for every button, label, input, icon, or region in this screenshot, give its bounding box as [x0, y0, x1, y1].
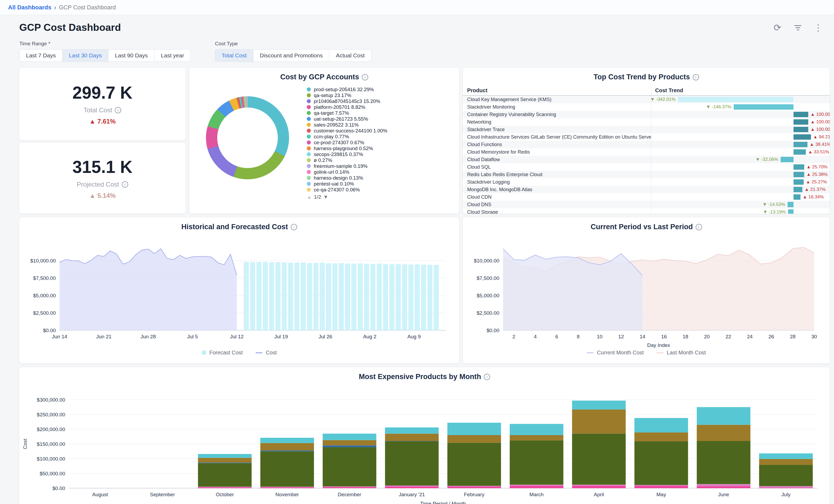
trend-bar [793, 165, 804, 170]
table-row[interactable]: Redis Labs Redis Enterprise Cloud▲ 25.38… [463, 171, 830, 178]
legend-label: freemium-sample 0.19% [314, 163, 368, 169]
svg-text:February: February [464, 492, 485, 497]
breadcrumb-root-link[interactable]: All Dashboards [8, 4, 51, 11]
donut-legend-item[interactable]: ccm-play 0.77% [307, 134, 433, 139]
column-header-cost-trend[interactable]: Cost Trend [651, 86, 830, 95]
table-row[interactable]: Stackdriver Trace▲ 100.00% [463, 126, 830, 133]
table-row[interactable]: Cloud Functions▲ 38.41% [463, 141, 830, 148]
table-row[interactable]: Stackdriver Logging▲ 25.27% [463, 178, 830, 186]
table-row[interactable]: Cloud Storage▼ -13.19% [463, 208, 830, 214]
table-row[interactable]: Cloud SQL▲ 25.70% [463, 163, 830, 171]
info-icon[interactable]: i [115, 107, 121, 113]
chevron-right-icon: › [54, 4, 56, 11]
donut-legend-item[interactable]: harness-playground 0.52% [307, 146, 433, 151]
svg-text:January '21: January '21 [399, 492, 425, 497]
svg-text:24: 24 [747, 334, 753, 339]
table-row[interactable]: MongoDB Inc. MongoDB Atlas▲ 21.37% [463, 186, 830, 193]
svg-text:20: 20 [704, 334, 709, 339]
svg-text:$7,500.00: $7,500.00 [33, 275, 56, 281]
legend-dot-icon [307, 129, 311, 133]
product-cell: Cloud Infrastructure Services GitLab Ser… [463, 133, 651, 141]
page-up-icon[interactable]: ▲ [307, 194, 312, 200]
legend-dot-icon [307, 140, 311, 145]
cost-type-total-cost[interactable]: Total Cost [215, 49, 253, 62]
trend-bar [788, 202, 793, 207]
donut-legend-item[interactable]: prod-setup-205416 32.29% [307, 87, 433, 92]
table-row[interactable]: Cloud Key Management Service (KMS)▼ -342… [463, 96, 830, 103]
svg-text:July: July [782, 492, 791, 497]
svg-text:$0.00: $0.00 [52, 485, 65, 491]
time-range-last-7-days[interactable]: Last 7 Days [19, 49, 63, 62]
svg-text:Jun 21: Jun 21 [96, 334, 112, 339]
donut-legend-item[interactable]: uat-setup-261723 5.55% [307, 116, 433, 122]
table-row[interactable]: Networking▲ 100.00% [463, 118, 830, 126]
time-range-last-90-days[interactable]: Last 90 Days [108, 49, 154, 62]
info-icon[interactable]: i [122, 181, 128, 188]
info-icon[interactable]: i [696, 224, 702, 230]
donut-legend-item[interactable]: secops-239815 0.37% [307, 151, 433, 157]
info-icon[interactable]: i [362, 74, 368, 81]
column-header-product[interactable]: Product [463, 87, 651, 93]
trend-bar [793, 112, 808, 117]
legend-dot-icon [307, 135, 311, 138]
legend-last-month[interactable]: Last Month Cost [657, 350, 706, 356]
donut-legend-item[interactable]: sales-209522 3.11% [307, 122, 433, 128]
legend-forecast-cost[interactable]: Forecast Cost [202, 350, 243, 356]
historical-forecast-card: Historical and Forecasted Cost i $0.00$2… [19, 217, 459, 364]
cost-trend-cell: ▲ 25.38% [651, 171, 830, 178]
cost-trend-cell: ▼ -146.37% [651, 103, 830, 111]
legend-label: harness-playground 0.52% [314, 146, 373, 151]
svg-text:$0.00: $0.00 [43, 328, 56, 333]
total-cost-label: Total Cost [84, 106, 112, 114]
donut-legend-item[interactable]: ce-qa-274307 0.06% [307, 187, 433, 193]
info-icon[interactable]: i [291, 224, 297, 230]
svg-text:$100,000.00: $100,000.00 [37, 456, 65, 462]
time-range-last-year[interactable]: Last year [154, 49, 191, 62]
up-triangle-icon: ▲ [89, 192, 96, 199]
info-icon[interactable]: i [484, 374, 490, 380]
page-down-icon[interactable]: ▼ [323, 194, 328, 200]
donut-legend-item[interactable]: ce-prod-274307 0.67% [307, 140, 433, 145]
svg-text:August: August [92, 492, 108, 497]
donut-legend-item[interactable]: pentest-uat 0.10% [307, 181, 433, 187]
donut-legend-item[interactable]: freemium-sample 0.19% [307, 163, 433, 169]
trend-bar [788, 210, 793, 214]
kebab-menu-icon[interactable]: ⋮ [812, 21, 824, 34]
total-cost-delta: ▲ 7.61% [89, 118, 116, 125]
svg-text:$150,000.00: $150,000.00 [37, 441, 65, 447]
legend-cost[interactable]: Cost [256, 350, 277, 356]
trend-bar [793, 179, 804, 185]
donut-legend-item[interactable]: harness-design 0.13% [307, 175, 433, 181]
svg-text:16: 16 [661, 334, 667, 339]
cost-type-actual-cost[interactable]: Actual Cost [329, 49, 371, 62]
trend-bar [793, 194, 800, 200]
trend-value: ▲ 25.70% [806, 163, 828, 171]
table-row[interactable]: Cloud Memorystore for Redis▲ 33.51% [463, 148, 830, 156]
legend-current-month[interactable]: Current Month Cost [587, 350, 644, 356]
gcp-accounts-donut-chart[interactable] [206, 96, 289, 179]
donut-legend-item[interactable]: customer-success-244100 1.00% [307, 128, 433, 133]
donut-legend-item[interactable]: qa-target 7.57% [307, 110, 433, 116]
donut-legend-item[interactable]: ø 0.27% [307, 157, 433, 163]
refresh-icon[interactable]: ⟳ [771, 21, 784, 34]
info-icon[interactable]: i [693, 74, 699, 81]
table-row[interactable]: Cloud CDN▲ 16.34% [463, 193, 830, 201]
trend-value: ▲ 100.00% [810, 126, 830, 133]
donut-legend-item[interactable]: pr10406a87045145c3 15.20% [307, 98, 433, 104]
time-range-last-30-days[interactable]: Last 30 Days [63, 49, 109, 62]
legend-dot-icon [307, 182, 311, 186]
legend-dot-icon [307, 152, 311, 156]
donut-legend-item[interactable]: golink-url 0.14% [307, 169, 433, 175]
svg-text:6: 6 [555, 334, 558, 339]
table-row[interactable]: Cloud Dataflow▼ -32.06% [463, 156, 830, 163]
monthly-stacked-bar-chart: $0.00$50,000.00$100,000.00$150,000.00$20… [19, 381, 821, 504]
filter-icon[interactable] [792, 21, 804, 34]
donut-legend-item[interactable]: qa-setup 23.17% [307, 92, 433, 98]
donut-legend-item[interactable]: platform-205701 8.82% [307, 104, 433, 110]
table-row[interactable]: Container Registry Vulnerability Scannin… [463, 111, 830, 118]
table-row[interactable]: Cloud DNS▼ -14.53% [463, 201, 830, 208]
cost-type-discount[interactable]: Discount and Promotions [254, 49, 330, 62]
top-cost-trend-card: Top Cost Trend by Products i Product Cos… [463, 68, 830, 214]
table-row[interactable]: Cloud Infrastructure Services GitLab Ser… [463, 133, 830, 141]
table-row[interactable]: Stackdriver Monitoring▼ -146.37% [463, 103, 830, 111]
